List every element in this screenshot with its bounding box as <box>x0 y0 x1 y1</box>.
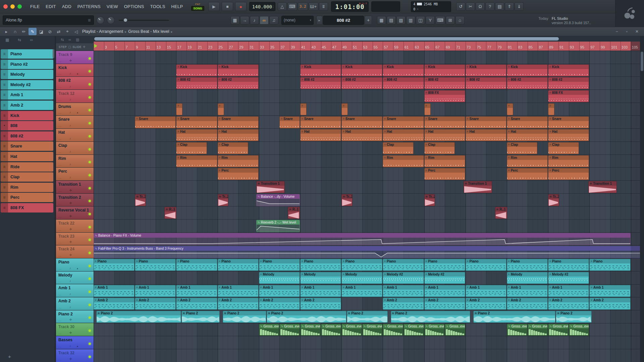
track-header-clap[interactable]: Clap…♪ <box>56 142 94 155</box>
pattern-clip-melody-2[interactable]: ≡Melody #2 <box>548 272 589 284</box>
pattern-clip-snare[interactable]: ≡Snare <box>424 116 465 128</box>
pattern-clip-clap[interactable]: ≡Clap <box>383 142 413 154</box>
lane-808-2[interactable]: ≡808 #2≡808 #2≡808 #2≡808 #2≡808 #2≡808 … <box>94 77 640 90</box>
audio-clip-tr-2[interactable]: ≋Tr..2 <box>548 194 559 206</box>
pattern-clip-snare[interactable]: ≡Snare <box>300 116 341 128</box>
pattern-clip-amb-1[interactable]: ≡Amb 1 <box>507 285 548 297</box>
pattern-clip-snare[interactable]: ≡Snare <box>135 116 176 128</box>
snap-selector[interactable]: (none) ▾ <box>281 16 314 25</box>
link-icon[interactable]: ∞ <box>260 16 269 24</box>
automation-clip-gross-evel[interactable]: ∿Gross..evel <box>341 324 362 336</box>
lane-drums[interactable]: ≡≡≡≡≡≡≡ <box>94 103 640 116</box>
pattern-clip-piano[interactable]: ≡Piano <box>466 259 506 271</box>
track-header-kick[interactable]: Kick…♪▴ <box>56 64 94 77</box>
picker-item-clap[interactable]: ≡Clap <box>1 172 53 182</box>
collapse-group-icon[interactable]: ▴ <box>77 267 78 270</box>
lane-hat[interactable]: ≡Hat≡Hat≡Hat≡Hat≡Hat≡Hat≡Hat≡Hat≡Hat <box>94 129 640 142</box>
song-mode-label[interactable]: SONG <box>191 6 204 11</box>
track-led[interactable] <box>89 291 91 293</box>
mixer-panel-icon[interactable]: ▥ <box>406 16 415 24</box>
pattern-clip-amb-1[interactable]: ≡Amb 1 <box>589 285 630 297</box>
lane-reverse-vocal-1[interactable]: ≋R..1≋R..1≋R..1 <box>94 206 640 220</box>
audio-clip-piano-2[interactable]: ≋Piano 2 <box>391 311 471 323</box>
bell-icon[interactable]: ♫ <box>269 16 278 24</box>
typing-piano-icon[interactable]: ⌨ <box>287 2 297 11</box>
lane-track-12[interactable]: ≡808 FX≡808 FX <box>94 90 640 103</box>
vertical-scrollbar-thumb[interactable] <box>641 52 643 71</box>
picker-view-icon[interactable]: ▦ <box>5 38 9 42</box>
track-header-track-9[interactable]: Track 9…✛ <box>56 51 94 64</box>
pattern-clip-piano[interactable]: ≡Piano <box>259 259 300 271</box>
audio-clip-piano-2[interactable]: ≋Piano 2 <box>347 311 388 323</box>
pattern-clip[interactable]: ≡ <box>300 103 307 115</box>
menu-options[interactable]: OPTIONS <box>121 0 147 13</box>
pattern-clip-amb-2[interactable]: ≡Amb 2 <box>548 298 589 310</box>
picker-item-808-2[interactable]: ≡808 #2 <box>1 131 53 141</box>
pattern-clip-perc[interactable]: ≡Perc <box>218 168 259 180</box>
lane-kick[interactable]: ≡Kick≡Kick≡Kick≡Kick≡Kick≡Kick≡Kick≡Kick… <box>94 64 640 77</box>
pattern-clip-piano[interactable]: ≡Piano <box>94 259 135 271</box>
pattern-clip-snare[interactable]: ≡Snare <box>383 116 424 128</box>
track-led[interactable] <box>89 122 91 124</box>
cut-icon[interactable]: ✂ <box>466 2 475 11</box>
trackpanel-swap-icon[interactable]: ⇆ <box>61 38 64 42</box>
track-header-rim[interactable]: Rim…♪ <box>56 155 94 168</box>
track-header-track-32[interactable]: Track 32…✛ <box>56 349 94 362</box>
track-header-drums[interactable]: Drums…♪▴ <box>56 103 94 116</box>
overdub-icon[interactable]: Ш+ <box>309 2 319 11</box>
pattern-clip-kick[interactable]: ≡Kick <box>383 64 424 76</box>
audio-clip-transition-1[interactable]: ≋Transition 1 <box>256 181 285 193</box>
timeline-ruler[interactable]: 3579111315171921232527293133353739414345… <box>94 42 640 51</box>
lane-track-23[interactable]: ∿Balance - Piano FX - Volume <box>94 233 640 246</box>
delete-icon[interactable]: ◪ <box>37 28 45 35</box>
track-led[interactable] <box>89 135 91 137</box>
pattern-clip-piano[interactable]: ≡Piano <box>135 259 176 271</box>
automation-clip-gross-evel[interactable]: ∿Gross..evel <box>445 324 465 336</box>
options-icon[interactable]: ⌂ <box>455 16 465 24</box>
browser-panel-icon[interactable]: ◫ <box>416 16 425 24</box>
automation-clip-gross-evel[interactable]: ∿Gross..evel <box>404 324 424 336</box>
track-header-perc[interactable]: Perc…♪ <box>56 168 94 181</box>
plugin-picker-icon[interactable]: Y <box>426 16 435 24</box>
track-led[interactable] <box>89 252 91 254</box>
pattern-clip-hat[interactable]: ≡Hat <box>300 129 341 141</box>
lane-perc[interactable]: ≡Perc≡Perc≡Perc≡Perc <box>94 168 640 181</box>
pattern-clip-snare[interactable]: ≡Snare <box>466 116 506 128</box>
track-led[interactable] <box>89 161 91 163</box>
pattern-clip-hat[interactable]: ≡Hat <box>507 129 548 141</box>
picker-scrollbar[interactable] <box>53 49 54 58</box>
track-header-hat[interactable]: Hat…♪ <box>56 129 94 142</box>
draw-icon[interactable]: ✏ <box>20 28 28 35</box>
track-led[interactable] <box>89 265 91 267</box>
pattern-name-display[interactable]: 808 #2 <box>323 16 364 25</box>
pattern-clip-melody-2[interactable]: ≡Melody #2 <box>424 272 465 284</box>
pattern-clip-piano[interactable]: ≡Piano <box>300 259 341 271</box>
master-pitch-knob[interactable] <box>107 16 115 24</box>
picker-item-kick[interactable]: ≡Kick <box>1 111 53 120</box>
lane-clap[interactable]: ≡Clap≡Clap≡Clap≡Clap≡Clap≡Clap <box>94 142 640 155</box>
pattern-clip-piano[interactable]: ≡Piano <box>589 259 630 271</box>
collapse-group-icon[interactable]: ▴ <box>77 345 78 348</box>
stop-button[interactable]: ■ <box>222 2 233 11</box>
pattern-clip-rim[interactable]: ≡Rim <box>383 155 424 167</box>
lane-piano-2[interactable]: ≋Piano 2≋Piano 2≋Piano 2≋Piano 2≋Piano 2… <box>94 310 640 323</box>
picker-item-amb-2[interactable]: ≡Amb 2 <box>1 101 53 110</box>
picker-item-melody-2[interactable]: ≡Melody #2 <box>1 80 53 89</box>
pattern-clip-808-2[interactable]: ≡808 #2 <box>300 77 341 89</box>
automation-clip-gross-evel[interactable]: ∿Gross..evel <box>321 324 341 336</box>
track-led[interactable] <box>89 57 91 60</box>
minimize-window-button[interactable] <box>10 4 15 9</box>
track-led[interactable] <box>89 148 91 150</box>
audio-clip-piano-2[interactable]: ≋Piano 2 <box>267 311 346 323</box>
automation-clip-gross-evel[interactable]: ∿Gross..evel <box>279 324 300 336</box>
pattern-clip-melody[interactable]: ≡Melody <box>341 272 382 284</box>
countdown-badge[interactable]: 3.2 <box>298 2 308 11</box>
jump-icon[interactable]: → <box>240 16 249 24</box>
audio-clip-tr-2[interactable]: ≋Tr..2 <box>135 194 146 206</box>
pattern-clip-amb-1[interactable]: ≡Amb 1 <box>94 285 135 297</box>
magnet-icon[interactable]: ∩ <box>11 28 19 35</box>
pattern-clip-hat[interactable]: ≡Hat <box>466 129 506 141</box>
automation-clip-gross-evel[interactable]: ∿Gross..evel <box>362 324 383 336</box>
slide-badge-icon[interactable]: ✛ <box>83 45 86 49</box>
pattern-clip-808-fx[interactable]: ≡808 FX <box>548 90 589 102</box>
